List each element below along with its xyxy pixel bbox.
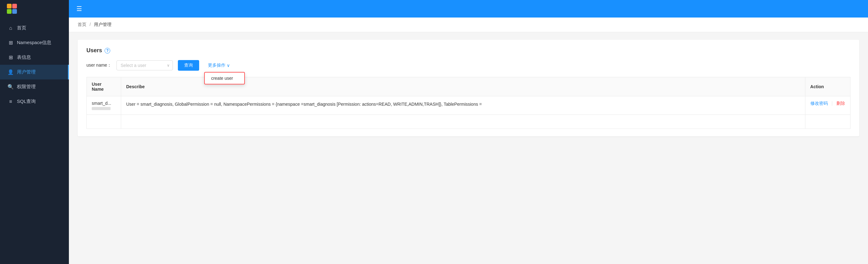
table-header: UserName Describe Action — [87, 77, 850, 96]
content-area: 首页 / 用户管理 Users ? user name： Select a us… — [69, 18, 868, 264]
svg-rect-1 — [12, 4, 17, 8]
table-header-row: UserName Describe Action — [87, 77, 850, 96]
sql-icon: ≡ — [7, 99, 14, 104]
action-cell: 修改密码 | 删除 — [805, 96, 850, 115]
user-avatar-block: smart_d... — [92, 101, 116, 110]
breadcrumb: 首页 / 用户管理 — [69, 18, 868, 32]
username-text: smart_d... — [92, 101, 116, 106]
sidebar: ⌂ 首页 ⊞ Namespace信息 ⊞ 表信息 👤 用户管理 🔍 权限管理 ≡… — [0, 0, 69, 264]
table-row: smart_d... User = smart_diagnosis, Globa… — [87, 96, 850, 115]
describe-text: User = smart_diagnosis, GlobalPermission… — [126, 102, 482, 107]
sidebar-item-sql[interactable]: ≡ SQL查询 — [0, 94, 69, 109]
sidebar-item-user-management[interactable]: 👤 用户管理 — [0, 65, 69, 79]
sidebar-item-home[interactable]: ⌂ 首页 — [0, 21, 69, 35]
describe-cell: User = smart_diagnosis, GlobalPermission… — [121, 96, 805, 115]
col-header-username: UserName — [87, 77, 121, 96]
sidebar-item-permission-label: 权限管理 — [17, 84, 36, 90]
page-title: Users — [86, 47, 102, 54]
breadcrumb-home[interactable]: 首页 — [78, 22, 86, 27]
empty-action-cell — [805, 115, 850, 129]
col-header-action: Action — [805, 77, 850, 96]
sidebar-item-home-label: 首页 — [17, 25, 26, 31]
sidebar-item-user-management-label: 用户管理 — [17, 69, 36, 75]
main-area: ☰ 首页 / 用户管理 Users ? user name： — [69, 0, 868, 264]
app-logo — [6, 3, 18, 14]
more-actions-label: 更多操作 — [208, 63, 225, 68]
sidebar-item-permission[interactable]: 🔍 权限管理 — [0, 79, 69, 94]
more-actions-wrapper: 更多操作 ∨ create user — [204, 60, 234, 71]
user-name-cell: smart_d... — [87, 96, 121, 115]
breadcrumb-current: 用户管理 — [94, 22, 112, 27]
hamburger-button[interactable]: ☰ — [76, 5, 82, 12]
permission-icon: 🔍 — [7, 84, 14, 90]
query-button[interactable]: 查询 — [178, 60, 199, 71]
filter-row: user name： Select a user ∨ 查询 更多操作 ∨ — [86, 60, 850, 71]
user-avatar-bar — [92, 107, 111, 110]
table-icon: ⊞ — [7, 55, 14, 60]
top-header: ☰ — [69, 0, 868, 18]
change-password-link[interactable]: 修改密码 — [810, 101, 828, 106]
action-separator: | — [831, 101, 833, 106]
sidebar-item-namespace[interactable]: ⊞ Namespace信息 — [0, 35, 69, 50]
sidebar-nav: ⌂ 首页 ⊞ Namespace信息 ⊞ 表信息 👤 用户管理 🔍 权限管理 ≡… — [0, 18, 69, 264]
svg-rect-3 — [12, 9, 17, 14]
sidebar-item-sql-label: SQL查询 — [17, 99, 36, 104]
svg-rect-0 — [7, 4, 11, 8]
filter-label: user name： — [86, 63, 112, 68]
more-actions-button[interactable]: 更多操作 ∨ — [204, 60, 234, 71]
dropdown-item-create-user[interactable]: create user — [205, 73, 244, 84]
user-select[interactable]: Select a user — [117, 60, 173, 70]
home-icon: ⌂ — [7, 25, 14, 31]
user-icon: 👤 — [7, 69, 14, 75]
chevron-down-icon: ∨ — [227, 63, 230, 68]
sidebar-item-table-label: 表信息 — [17, 55, 31, 60]
breadcrumb-separator: / — [90, 22, 91, 27]
empty-describe-cell — [121, 115, 805, 129]
sidebar-item-namespace-label: Namespace信息 — [17, 40, 51, 46]
table-body: smart_d... User = smart_diagnosis, Globa… — [87, 96, 850, 129]
help-icon[interactable]: ? — [104, 48, 110, 54]
users-card: Users ? user name： Select a user ∨ 查询 — [78, 40, 859, 136]
namespace-icon: ⊞ — [7, 40, 14, 46]
logo-area — [0, 0, 69, 18]
table-row-empty — [87, 115, 850, 129]
empty-username-cell — [87, 115, 121, 129]
page-content: Users ? user name： Select a user ∨ 查询 — [69, 32, 868, 144]
svg-rect-2 — [7, 9, 11, 14]
card-title-area: Users ? — [86, 47, 850, 54]
users-table: UserName Describe Action — [86, 77, 850, 129]
sidebar-item-table[interactable]: ⊞ 表信息 — [0, 50, 69, 65]
user-select-wrapper: Select a user ∨ — [117, 60, 173, 70]
dropdown-menu: create user — [204, 72, 245, 85]
delete-link[interactable]: 删除 — [836, 101, 845, 106]
